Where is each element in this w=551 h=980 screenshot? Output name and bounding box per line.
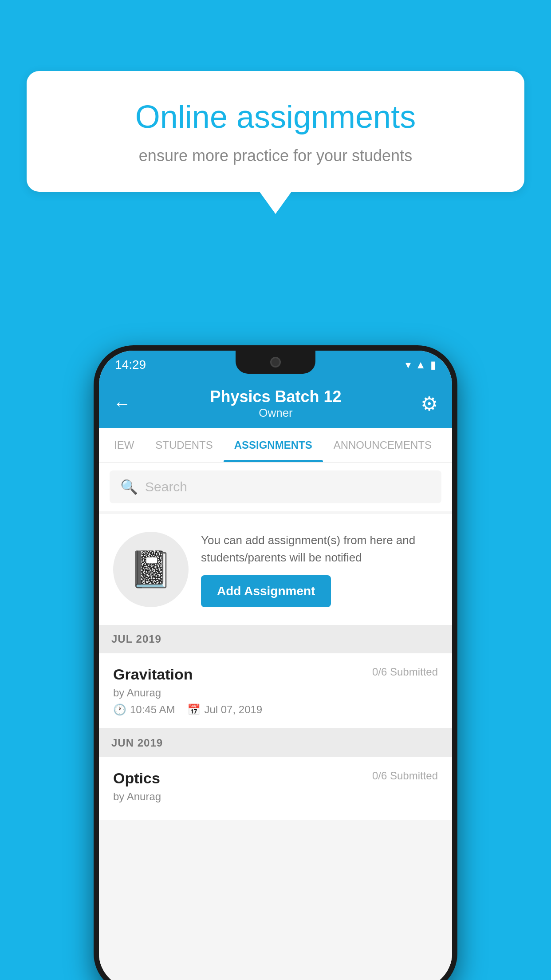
promo-text-block: You can add assignment(s) from here and … — [201, 532, 438, 607]
calendar-icon: 📅 — [187, 703, 201, 716]
assignment-by-optics: by Anurag — [113, 790, 438, 803]
promo-card: 📓 You can add assignment(s) from here an… — [99, 514, 452, 625]
header-subtitle: Owner — [210, 406, 341, 420]
notebook-icon: 📓 — [129, 549, 173, 590]
settings-icon[interactable]: ⚙ — [421, 392, 438, 415]
tab-iew[interactable]: IEW — [103, 428, 145, 462]
tab-announcements[interactable]: ANNOUNCEMENTS — [323, 428, 442, 462]
assignment-time: 🕐 10:45 AM — [113, 703, 175, 716]
status-time: 14:29 — [115, 358, 146, 372]
signal-icon: ▲ — [415, 359, 426, 371]
assignment-row1: Gravitation 0/6 Submitted — [113, 666, 438, 683]
status-icons: ▾ ▲ ▮ — [405, 359, 436, 371]
tabs-bar: IEW STUDENTS ASSIGNMENTS ANNOUNCEMENTS — [99, 428, 452, 462]
header-title: Physics Batch 12 — [210, 387, 341, 406]
section-header-jun: JUN 2019 — [99, 729, 452, 757]
header-center: Physics Batch 12 Owner — [210, 387, 341, 420]
phone-frame: 14:29 ▾ ▲ ▮ ← Physics Batch 12 Owner ⚙ I… — [94, 345, 457, 980]
assignment-date: 📅 Jul 07, 2019 — [187, 703, 262, 716]
speech-bubble-subtitle: ensure more practice for your students — [58, 146, 493, 165]
app-header: ← Physics Batch 12 Owner ⚙ — [99, 379, 452, 428]
time-value: 10:45 AM — [130, 703, 175, 716]
back-button[interactable]: ← — [113, 394, 131, 414]
phone-notch — [236, 351, 315, 374]
assignment-item-gravitation[interactable]: Gravitation 0/6 Submitted by Anurag 🕐 10… — [99, 653, 452, 729]
search-bar-wrapper: 🔍 Search — [99, 462, 452, 511]
front-camera — [270, 357, 281, 368]
speech-bubble-tail — [260, 192, 291, 214]
assignment-by: by Anurag — [113, 687, 438, 699]
battery-icon: ▮ — [430, 359, 436, 371]
assignment-meta: 🕐 10:45 AM 📅 Jul 07, 2019 — [113, 703, 438, 716]
date-value: Jul 07, 2019 — [204, 703, 262, 716]
search-placeholder: Search — [145, 479, 187, 494]
tab-assignments[interactable]: ASSIGNMENTS — [224, 428, 323, 462]
section-header-jul: JUL 2019 — [99, 625, 452, 653]
assignment-submitted-optics: 0/6 Submitted — [372, 770, 438, 782]
wifi-icon: ▾ — [405, 359, 411, 371]
assignment-item-optics[interactable]: Optics 0/6 Submitted by Anurag — [99, 757, 452, 820]
promo-icon-circle: 📓 — [113, 532, 189, 607]
search-icon: 🔍 — [120, 478, 138, 495]
assignment-row1-optics: Optics 0/6 Submitted — [113, 770, 438, 787]
assignment-name: Gravitation — [113, 666, 193, 683]
add-assignment-button[interactable]: Add Assignment — [201, 575, 331, 607]
tab-students[interactable]: STUDENTS — [145, 428, 223, 462]
speech-bubble-container: Online assignments ensure more practice … — [27, 71, 524, 214]
content-area: 🔍 Search 📓 You can add assignment(s) fro… — [99, 462, 452, 980]
speech-bubble-title: Online assignments — [58, 98, 493, 136]
search-bar[interactable]: 🔍 Search — [110, 470, 441, 503]
promo-description: You can add assignment(s) from here and … — [201, 532, 438, 566]
clock-icon: 🕐 — [113, 703, 126, 716]
phone-screen: 14:29 ▾ ▲ ▮ ← Physics Batch 12 Owner ⚙ I… — [99, 351, 452, 980]
assignment-name-optics: Optics — [113, 770, 160, 787]
assignment-submitted: 0/6 Submitted — [372, 666, 438, 678]
speech-bubble: Online assignments ensure more practice … — [27, 71, 524, 192]
